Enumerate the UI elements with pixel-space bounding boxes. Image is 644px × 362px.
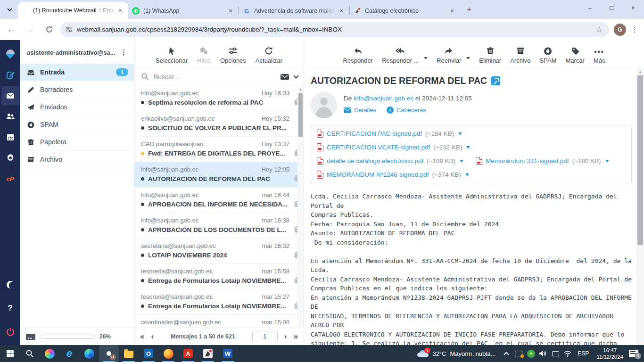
threads-button[interactable]: Hilos	[197, 46, 211, 64]
firefox-button[interactable]	[158, 345, 178, 362]
folder-archive[interactable]: Archivo	[20, 151, 134, 168]
reply-button[interactable]: Responder	[343, 46, 373, 64]
attachment-item[interactable]: MEMORÁNDUM Nº1246-signed.pdf (~374 KB)	[317, 171, 469, 179]
search-input[interactable]: Buscar...	[154, 73, 275, 81]
dark-mode-button[interactable]	[1, 275, 19, 294]
calendar-nav-button[interactable]	[1, 128, 19, 147]
tab-whatsapp[interactable]: ✆ (1) WhatsApp ×	[128, 3, 239, 19]
window-maximize-button[interactable]: □	[601, 0, 622, 15]
tab-search-button[interactable]	[3, 3, 16, 16]
compose-button[interactable]	[1, 66, 19, 84]
taskbar-search-button[interactable]	[20, 345, 40, 362]
help-button[interactable]: ?	[1, 299, 19, 318]
select-button[interactable]: Seleccionar	[156, 46, 188, 64]
outlook-button[interactable]: O	[139, 345, 158, 362]
attachment-menu-icon[interactable]	[466, 146, 470, 149]
weather-widget[interactable]: 1 32°C Mayorm. nubla...	[413, 350, 500, 357]
acrobat-button[interactable]: A	[178, 345, 198, 362]
taskbar-clock[interactable]: 16:47 11/12/2024	[593, 347, 627, 360]
tab-close-icon[interactable]: ×	[337, 7, 346, 15]
attachment-menu-icon[interactable]	[465, 173, 469, 176]
tray-display-button[interactable]	[549, 345, 561, 362]
folder-trash[interactable]: Papelera	[20, 133, 134, 151]
tray-screenshare-button[interactable]	[512, 345, 525, 362]
scroll-up-arrow-icon[interactable]: ▲	[636, 69, 644, 75]
details-link[interactable]: Detalles	[344, 107, 376, 114]
message-row[interactable]: coordinador@sanjuan.gob.ecmar 15:00	[134, 315, 304, 328]
message-row-selected[interactable]: info@sanjuan.gob.ecHoy 12:05 AUTORIZACIO…	[134, 162, 304, 188]
message-row[interactable]: secretaria@sanjuan.gob.ecmar 16:32 LOTAI…	[134, 239, 304, 264]
attachment-menu-icon[interactable]	[460, 160, 463, 163]
message-row[interactable]: info@sanjuan.gob.ecmar 16:38 APROBACIÓN …	[134, 213, 304, 239]
notification-center-button[interactable]: 3	[629, 350, 638, 357]
start-button[interactable]	[0, 345, 20, 362]
window-close-button[interactable]: ×	[622, 0, 644, 15]
attachment-item[interactable]: CERTIFICACION PAC-signed.pdf (~184 KB)	[317, 130, 462, 138]
back-button[interactable]: ←	[4, 22, 19, 37]
message-row[interactable]: info@sanjuan.gob.ecmar 16:44 APROBACION …	[134, 188, 304, 213]
list-scrollbar-thumb[interactable]	[298, 93, 303, 137]
tab-roundcube[interactable]: (1) Roundcube Webmail :: Entra ×	[18, 2, 128, 19]
delete-button[interactable]: Eliminar	[479, 46, 501, 64]
contacts-nav-button[interactable]	[1, 107, 19, 126]
more-button[interactable]: ••• Más	[594, 46, 605, 64]
catalog-app-button[interactable]	[198, 345, 218, 362]
scroll-up-arrow-icon[interactable]: ▲	[297, 87, 304, 92]
sender-email-link[interactable]: info@sanjuan.gob.ec	[354, 95, 413, 102]
folder-inbox[interactable]: Entrada 1	[20, 64, 134, 81]
browser-menu-icon[interactable]: ⋮	[631, 25, 638, 34]
account-menu-icon[interactable]: ⋮	[118, 48, 129, 57]
reading-scrollbar-thumb[interactable]	[637, 75, 643, 245]
reload-button[interactable]	[41, 22, 57, 37]
address-bar[interactable]: webmail.sanjuan.gob.ec/cpsess2182929984/…	[60, 22, 609, 37]
settings-nav-button[interactable]	[1, 148, 19, 167]
tray-antivirus-button[interactable]: +	[525, 345, 537, 362]
forward-button[interactable]: →	[23, 22, 38, 37]
archive-button[interactable]: Archivo	[510, 46, 530, 64]
folder-spam[interactable]: SPAM	[20, 116, 134, 133]
forward-dropdown-icon[interactable]	[466, 57, 470, 59]
reading-scrollbar[interactable]: ▲	[636, 69, 644, 345]
chrome-button[interactable]: G	[99, 345, 119, 362]
folder-sent[interactable]: Enviados	[20, 99, 134, 116]
url-text[interactable]: webmail.sanjuan.gob.ec/cpsess2182929984/…	[77, 26, 594, 33]
window-minimize-button[interactable]: –	[579, 0, 601, 15]
attachment-menu-icon[interactable]	[458, 132, 462, 135]
prev-page-button[interactable]: ‹	[151, 332, 154, 341]
tab-catalogo[interactable]: Catálogo electrónico ×	[350, 3, 460, 19]
options-button[interactable]: Opciones	[220, 46, 246, 64]
forward-button[interactable]: Reenviar	[437, 46, 461, 64]
message-row[interactable]: tesoreria@sanjuan.gob.ecmar 15:27 Entreg…	[134, 289, 304, 315]
message-row[interactable]: erikaolivo@sanjuan.gob.ecHoy 15:32 SOLIC…	[134, 111, 304, 137]
copilot-button[interactable]	[40, 345, 59, 362]
tray-network-button[interactable]	[561, 345, 574, 362]
headers-link[interactable]: i Cabeceras	[387, 107, 426, 114]
page-number-input[interactable]: 1	[252, 331, 278, 342]
mail-nav-button[interactable]	[1, 86, 19, 105]
list-scrollbar[interactable]: ▲	[297, 87, 304, 327]
message-row[interactable]: info@sanjuan.gob.ecHoy 16:33 Septima res…	[134, 86, 304, 111]
tray-volume-button[interactable]	[537, 345, 549, 362]
edge-button[interactable]	[79, 345, 99, 362]
first-page-button[interactable]: «	[140, 332, 144, 341]
tab-advertencia[interactable]: G Advertencia de software malici ×	[239, 3, 349, 19]
folder-drafts[interactable]: Borradores	[20, 81, 134, 99]
new-tab-button[interactable]: +	[463, 3, 475, 16]
message-row[interactable]: tesoreria@sanjuan.gob.ecmar 15:58 Entreg…	[134, 264, 304, 289]
attachment-item[interactable]: detalle de catálogo electrónico.pdf (~10…	[317, 157, 463, 165]
tab-close-icon[interactable]: ×	[116, 6, 124, 15]
mark-button[interactable]: ••• Marcar	[565, 46, 584, 64]
search-options-chevron-icon[interactable]	[293, 73, 298, 78]
cpanel-link[interactable]: cP	[1, 169, 19, 188]
internet-explorer-button[interactable]: e	[59, 345, 79, 362]
open-in-new-window-icon[interactable]	[491, 76, 500, 85]
message-row[interactable]: GAD parroquiasanjuanHoy 13:37 Fwd: ENTRE…	[134, 137, 304, 162]
reply-all-button[interactable]: Responder ...	[382, 46, 419, 64]
tab-close-icon[interactable]: ×	[226, 7, 235, 15]
attachment-item[interactable]: Memorándum 331-signed.pdf (~180 KB)	[476, 157, 609, 165]
reply-all-dropdown-icon[interactable]	[424, 57, 428, 59]
profile-avatar[interactable]: G	[614, 24, 626, 36]
word-button[interactable]: W	[218, 345, 238, 362]
refresh-button[interactable]: Actualizar	[256, 46, 282, 64]
attachment-menu-icon[interactable]	[605, 160, 609, 163]
